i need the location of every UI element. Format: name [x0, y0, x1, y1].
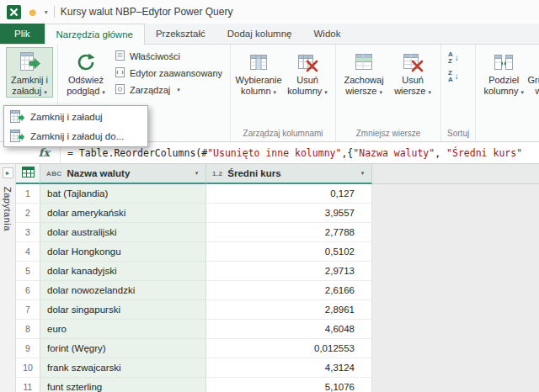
table-row: 7dolar singapurski2,8961 [16, 300, 539, 320]
tab-przekształć[interactable]: Przekształć [145, 24, 216, 44]
decimal-type-icon: 1.2 [212, 170, 222, 177]
close-load-label-2: załaduj [12, 86, 41, 96]
cell-average-rate[interactable]: 4,6048 [206, 320, 372, 339]
row-number[interactable]: 10 [16, 358, 40, 378]
cell-average-rate[interactable]: 0,127 [206, 184, 372, 204]
close-load-icon [19, 49, 40, 75]
keep-rows-button[interactable]: Zachowajwiersze▾ [340, 47, 387, 98]
choose-columns-label-2: kolumn [241, 86, 270, 96]
row-number[interactable]: 4 [16, 242, 40, 262]
table-row: 1bat (Tajlandia)0,127 [16, 184, 539, 204]
quick-access-caret-icon[interactable]: ▾ [45, 8, 48, 16]
sort-arrow-down-icon: ↓ [455, 72, 459, 81]
cell-average-rate[interactable]: 2,8961 [206, 300, 372, 320]
cell-currency-name[interactable]: dolar Hongkongu [40, 242, 206, 262]
cell-average-rate[interactable]: 0,5102 [206, 242, 372, 262]
tab-narzędzia-główne[interactable]: Narzędzia główne [45, 24, 145, 45]
cell-currency-name[interactable]: frank szwajcarski [40, 358, 206, 378]
cell-average-rate[interactable]: 2,9713 [206, 262, 372, 281]
advanced-editor-button[interactable]: Edytor zaawansowany [111, 65, 226, 82]
cell-average-rate[interactable]: 0,012553 [206, 339, 372, 358]
group-by-label-2: według [536, 86, 539, 96]
filter-dropdown-icon[interactable]: ▾ [189, 167, 204, 181]
cell-average-rate[interactable]: 3,9557 [206, 204, 372, 223]
window-title: Kursy walut NBP–Edytor Power Query [61, 6, 233, 18]
cell-average-rate[interactable]: 2,6166 [206, 281, 372, 300]
refresh-preview-button[interactable]: Odświeżpodgląd▾ [62, 47, 109, 98]
main-area: ▸ Zapytania ABC Nazwa waluty ▾ 1.2 Średn… [0, 164, 539, 392]
menu-item[interactable]: Zamknij i załaduj do... [5, 126, 147, 146]
row-number[interactable]: 8 [16, 320, 40, 339]
properties-button[interactable]: Właściwości [111, 48, 226, 65]
tab-plik[interactable]: Plik [0, 24, 45, 44]
column-header-nazwa-waluty[interactable]: ABC Nazwa waluty ▾ [40, 164, 206, 184]
close-and-load-button[interactable]: Zamknij izaładuj▾ [6, 47, 53, 98]
close-load-menu: Zamknij i załadujZamknij i załaduj do... [3, 105, 148, 147]
column-name: Średni kurs [227, 168, 280, 178]
row-filler [372, 184, 539, 204]
cell-currency-name[interactable]: euro [40, 320, 206, 339]
remove-rows-icon [402, 49, 424, 75]
row-filler [372, 223, 539, 242]
table-row: 9forint (Węgry)0,012553 [16, 339, 539, 358]
menu-item[interactable]: Zamknij i załaduj [5, 107, 147, 126]
table-menu-button[interactable] [16, 164, 40, 184]
cell-currency-name[interactable]: dolar singapurski [40, 300, 206, 320]
row-number[interactable]: 1 [16, 184, 40, 204]
tab-widok[interactable]: Widok [302, 24, 351, 44]
split-columns-label-1: Podziel [488, 75, 519, 85]
cell-currency-name[interactable]: dolar australijski [40, 223, 206, 242]
filter-dropdown-icon[interactable]: ▾ [355, 167, 370, 181]
sort-descending-button[interactable]: ZA ↓ [446, 68, 462, 84]
cell-currency-name[interactable]: forint (Węgry) [40, 339, 206, 358]
remove-rows-label-1: Usuń [402, 75, 424, 85]
row-number[interactable]: 5 [16, 262, 40, 281]
chevron-down-icon: ▾ [379, 89, 382, 95]
row-filler [372, 262, 539, 281]
split-columns-button[interactable]: Podzielkolumny▾ [480, 47, 527, 98]
sort-za-icon: ZA [448, 70, 453, 83]
advanced-editor-label: Edytor zaawansowany [130, 68, 222, 78]
cell-currency-name[interactable]: dolar kanadyjski [40, 262, 206, 281]
remove-columns-label-1: Usuń [296, 75, 318, 85]
chevron-down-icon: ▾ [428, 89, 431, 95]
remove-rows-button[interactable]: Usuńwiersze▾ [389, 47, 436, 98]
cell-currency-name[interactable]: bat (Tajlandia) [40, 184, 206, 204]
smiley-icon[interactable]: ☻ [27, 7, 39, 18]
cell-average-rate[interactable]: 4,3124 [206, 358, 372, 378]
cell-currency-name[interactable]: funt szterling [40, 378, 206, 392]
ribbon-group-manage-columns: Wybieraniekolumn▾ Usuńkolumny▾ Zarządzaj… [231, 45, 336, 141]
group-by-button[interactable]: Grupowaniewedług▾ [529, 47, 539, 98]
queries-pane-collapsed[interactable]: ▸ Zapytania [0, 164, 16, 392]
cell-average-rate[interactable]: 2,7788 [206, 223, 372, 242]
text-type-icon: ABC [46, 170, 62, 177]
row-number[interactable]: 7 [16, 300, 40, 320]
ribbon-group-sort: AZ ↓ ZA ↓ Sortuj [441, 45, 476, 141]
properties-icon [115, 50, 125, 63]
close-load-label-1: Zamknij i [11, 75, 48, 85]
cell-average-rate[interactable]: 5,1076 [206, 378, 372, 392]
row-number[interactable]: 3 [16, 223, 40, 242]
row-number[interactable]: 6 [16, 281, 40, 300]
properties-label: Właściwości [130, 51, 180, 61]
choose-columns-button[interactable]: Wybieraniekolumn▾ [235, 47, 282, 98]
excel-app-icon [7, 5, 21, 19]
group-label-sort: Sortuj [446, 129, 471, 140]
sort-ascending-button[interactable]: AZ ↓ [446, 50, 462, 66]
remove-rows-label-2: wiersze [394, 86, 425, 96]
cell-currency-name[interactable]: dolar amerykański [40, 204, 206, 223]
expand-queries-icon[interactable]: ▸ [3, 167, 13, 178]
menu-item-label: Zamknij i załaduj [30, 112, 103, 122]
remove-columns-button[interactable]: Usuńkolumny▾ [284, 47, 331, 98]
row-number[interactable]: 11 [16, 378, 40, 392]
manage-button[interactable]: Zarządzaj ▾ [111, 82, 226, 98]
cell-currency-name[interactable]: dolar nowozelandzki [40, 281, 206, 300]
row-number[interactable]: 9 [16, 339, 40, 358]
row-number[interactable]: 2 [16, 204, 40, 223]
remove-columns-icon [296, 49, 318, 75]
table-row: 5dolar kanadyjski2,9713 [16, 262, 539, 281]
tab-dodaj-kolumnę[interactable]: Dodaj kolumnę [216, 24, 303, 44]
header-filler [372, 164, 539, 184]
column-header-sredni-kurs[interactable]: 1.2 Średni kurs ▾ [206, 164, 372, 184]
row-filler [372, 339, 539, 358]
